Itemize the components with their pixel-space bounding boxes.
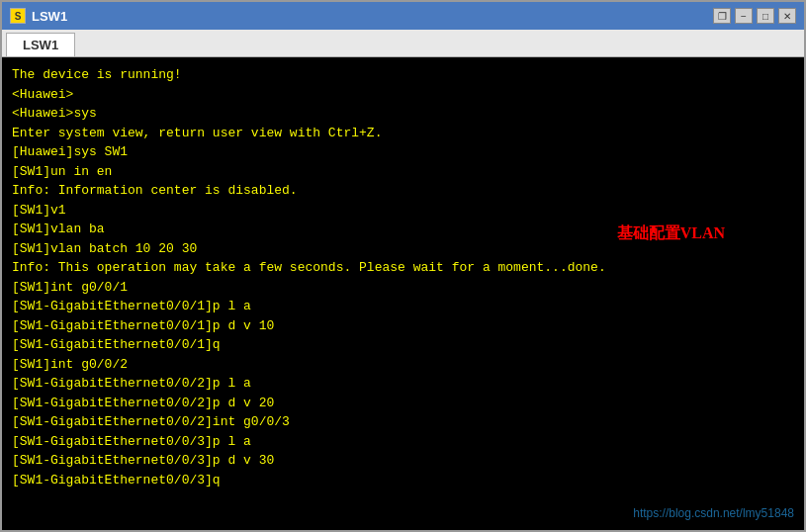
terminal-line: [SW1]int g0/0/1: [12, 278, 794, 298]
watermark-text: https://blog.csdn.net/lmy51848: [633, 504, 794, 522]
terminal-line: [SW1-GigabitEthernet0/0/2]p l a: [12, 374, 794, 394]
terminal-line: [SW1-GigabitEthernet0/0/3]q: [12, 471, 794, 490]
maximize-button[interactable]: □: [757, 8, 774, 24]
terminal-line: <Huawei>sys: [12, 104, 794, 124]
close-button[interactable]: ✕: [778, 8, 796, 24]
tab-bar: LSW1: [2, 30, 804, 57]
restore-button[interactable]: ❐: [713, 8, 731, 24]
tab-lsw1[interactable]: LSW1: [6, 33, 75, 56]
terminal-line: The device is running!: [12, 65, 794, 85]
terminal-line: [SW1-GigabitEthernet0/0/3]p l a: [12, 432, 794, 452]
title-bar-controls: ❐ − □ ✕: [713, 8, 796, 24]
terminal-line: [SW1-GigabitEthernet0/0/3]p d v 30: [12, 451, 794, 471]
title-bar-left: S LSW1: [10, 8, 67, 24]
terminal-line: Enter system view, return user view with…: [12, 124, 794, 143]
terminal-content: The device is running!<Huawei><Huawei>sy…: [12, 65, 794, 489]
terminal-line: [SW1-GigabitEthernet0/0/2]p d v 20: [12, 394, 794, 413]
terminal-line: [SW1]v1: [12, 201, 794, 221]
terminal-line: Info: Information center is disabled.: [12, 181, 794, 201]
terminal-line: [SW1-GigabitEthernet0/0/2]int g0/0/3: [12, 412, 794, 432]
minimize-button[interactable]: −: [735, 8, 753, 24]
terminal-line: <Huawei>: [12, 85, 794, 105]
terminal-line: [SW1]int g0/0/2: [12, 355, 794, 375]
window-icon: S: [10, 8, 26, 24]
annotation-text: 基础配置VLAN: [617, 222, 725, 245]
terminal-line: [SW1-GigabitEthernet0/0/1]q: [12, 335, 794, 355]
main-window: S LSW1 ❐ − □ ✕ LSW1 The device is runnin…: [0, 0, 806, 532]
terminal-area[interactable]: The device is running!<Huawei><Huawei>sy…: [2, 57, 804, 530]
title-bar: S LSW1 ❐ − □ ✕: [2, 2, 804, 30]
terminal-line: [Huawei]sys SW1: [12, 142, 794, 162]
terminal-line: [SW1-GigabitEthernet0/0/1]p d v 10: [12, 316, 794, 336]
terminal-line: [SW1-GigabitEthernet0/0/1]p l a: [12, 297, 794, 316]
window-title: LSW1: [32, 9, 67, 24]
terminal-line: Info: This operation may take a few seco…: [12, 258, 794, 278]
terminal-line: [SW1]un in en: [12, 162, 794, 182]
